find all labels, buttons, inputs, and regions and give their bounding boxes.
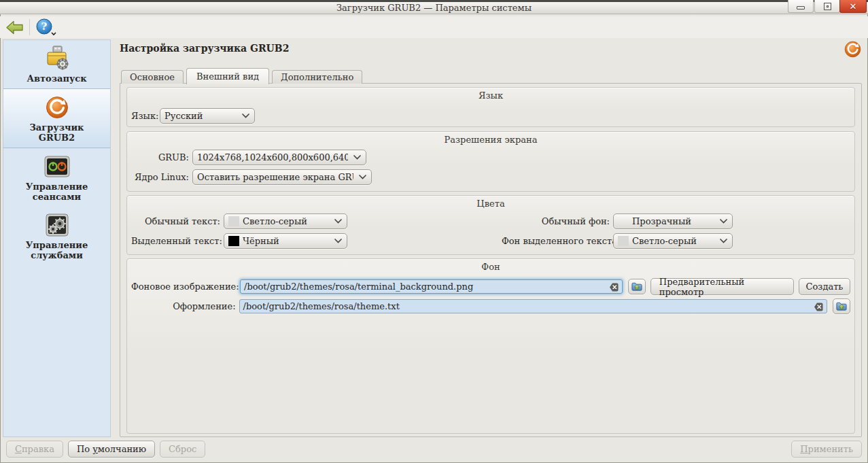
grub2-settings-window: { "window": { "title": "Загрузчик GRUB2 … <box>0 0 868 463</box>
normal-text-color-select[interactable]: Светло-серый <box>224 213 347 229</box>
folder-open-icon <box>836 301 847 311</box>
language-select[interactable]: Русский <box>160 108 255 124</box>
footer-right-buttons: Применить <box>791 441 862 458</box>
grub-icon <box>46 94 69 121</box>
group-title: Фон <box>127 259 854 272</box>
sidebar-item-label: Управление сеансами <box>20 182 94 203</box>
apply-button: Применить <box>791 441 862 458</box>
toolbar-separator <box>29 19 30 35</box>
defaults-button[interactable]: По умолчанию <box>68 441 155 458</box>
svg-text:?: ? <box>41 20 48 33</box>
chevron-down-icon <box>334 219 342 224</box>
chevron-down-icon <box>353 155 361 160</box>
btn-accel: у <box>92 444 98 454</box>
back-button[interactable] <box>5 20 24 35</box>
sidebar-item-grub2[interactable]: Загрузчик GRUB2 <box>3 88 110 148</box>
normal-bg-color-select[interactable]: Прозрачный <box>613 213 733 229</box>
toolbar: ? <box>0 16 868 38</box>
kernel-resolution-label: Ядро Linux: <box>131 172 192 182</box>
normal-bg-label: Обычный фон: <box>502 216 613 226</box>
sidebar-item-services[interactable]: Управление службами <box>3 207 110 265</box>
color-swatch <box>618 216 629 226</box>
btn-accel: П <box>800 444 808 454</box>
grub-resolution-select[interactable]: 1024x768,1024x600,800x600,640x480 <box>192 150 366 165</box>
sidebar-item-label: Управление службами <box>20 241 94 261</box>
grub-resolution-label: GRUB: <box>131 152 192 162</box>
theme-label: Оформление: <box>131 301 239 311</box>
highlight-bg-label: Фон выделенного текста: <box>502 236 613 246</box>
maximize-icon <box>824 3 831 10</box>
footer-left-buttons: Справка По умолчанию Сброс <box>6 441 205 458</box>
color-swatch <box>228 236 239 246</box>
normal-text-label: Обычный текст: <box>131 216 224 226</box>
btn-text: молчанию <box>98 444 146 454</box>
selected-language: Русский <box>164 111 237 121</box>
tab-content-appearance: Язык Язык: Русский Разрешения экрана GRU… <box>120 83 862 437</box>
group-language: Язык Язык: Русский <box>126 87 855 127</box>
highlight-text-label: Выделенный текст: <box>131 236 224 246</box>
background-image-label: Фоновое изображение: <box>131 281 240 292</box>
tab-advanced[interactable]: Дополнительно <box>272 70 362 84</box>
selected-kernel-resolution: Оставить разрешение экрана GRUB <box>197 172 353 182</box>
btn-text: По <box>77 444 92 454</box>
back-arrow-icon <box>5 20 24 35</box>
autostart-icon <box>43 45 71 72</box>
chevron-down-icon <box>720 239 727 243</box>
btn-text: Сброс <box>169 444 196 454</box>
preview-button[interactable]: Предварительный просмотр <box>650 278 794 295</box>
group-title: Язык <box>127 88 854 101</box>
minimize-button[interactable] <box>788 0 814 13</box>
group-title: Разрешения экрана <box>127 132 854 145</box>
sidebar-item-sessions[interactable]: Управление сеансами <box>3 148 110 207</box>
sidebar-item-autostart[interactable]: Автозапуск <box>3 40 110 88</box>
services-icon <box>44 211 71 239</box>
group-title: Цвета <box>127 196 854 209</box>
close-button[interactable]: ✕ <box>839 0 867 13</box>
highlight-bg-color-select[interactable]: Светло-серый <box>613 233 733 249</box>
sessions-icon <box>44 153 71 180</box>
chevron-down-icon <box>242 114 249 118</box>
language-label: Язык: <box>131 111 160 121</box>
browse-image-button[interactable] <box>628 279 646 294</box>
tab-label: Внешний вид <box>196 71 259 82</box>
minimize-icon <box>797 6 805 10</box>
tab-bar: Основное Внешний вид Дополнительно <box>121 67 365 84</box>
tab-appearance[interactable]: Внешний вид <box>186 68 269 84</box>
sidebar-item-label: Загрузчик GRUB2 <box>20 123 94 143</box>
window-title: Загрузчик GRUB2 — Параметры системы <box>336 3 532 13</box>
tab-label: Основное <box>130 72 175 82</box>
btn-text: рименить <box>808 444 853 454</box>
btn-accel: С <box>15 444 22 454</box>
color-swatch <box>228 216 239 226</box>
kernel-resolution-select[interactable]: Оставить разрешение экрана GRUB <box>192 169 372 185</box>
maximize-button[interactable] <box>814 0 840 13</box>
create-button[interactable]: Создать <box>799 278 850 295</box>
browse-theme-button[interactable] <box>833 298 850 314</box>
help-button: Справка <box>6 441 63 458</box>
theme-input[interactable]: /boot/grub2/themes/rosa/theme.txt <box>239 299 827 313</box>
clear-icon[interactable] <box>814 302 824 313</box>
selected-color: Светло-серый <box>243 216 329 226</box>
background-image-path: /boot/grub2/themes/rosa/terminal_backgro… <box>244 281 473 292</box>
reset-button: Сброс <box>160 441 205 458</box>
selected-color: Чёрный <box>243 236 329 246</box>
grub-module-icon <box>844 41 861 60</box>
clear-icon[interactable] <box>609 282 619 294</box>
background-image-input[interactable]: /boot/grub2/themes/rosa/terminal_backgro… <box>240 279 623 294</box>
group-colors: Цвета Обычный текст: Светло-серый Выделе… <box>126 195 855 255</box>
help-icon: ? <box>35 18 58 36</box>
chevron-down-icon <box>334 239 342 243</box>
folder-open-icon <box>631 281 642 292</box>
tab-general[interactable]: Основное <box>121 70 184 84</box>
selected-color: Прозрачный <box>632 216 714 226</box>
group-background: Фон Фоновое изображение: /boot/grub2/the… <box>126 258 855 434</box>
color-swatch <box>618 236 629 246</box>
chevron-down-icon <box>720 219 727 224</box>
highlight-text-color-select[interactable]: Чёрный <box>224 233 347 249</box>
page-title: Настройка загрузчика GRUB2 <box>120 43 289 54</box>
group-resolutions: Разрешения экрана GRUB: 1024x768,1024x60… <box>126 131 855 192</box>
sidebar-item-label: Автозапуск <box>20 74 94 84</box>
tab-label: Дополнительно <box>281 72 353 82</box>
help-button[interactable]: ? <box>35 18 58 36</box>
titlebar[interactable]: Загрузчик GRUB2 — Параметры системы <box>0 0 868 14</box>
